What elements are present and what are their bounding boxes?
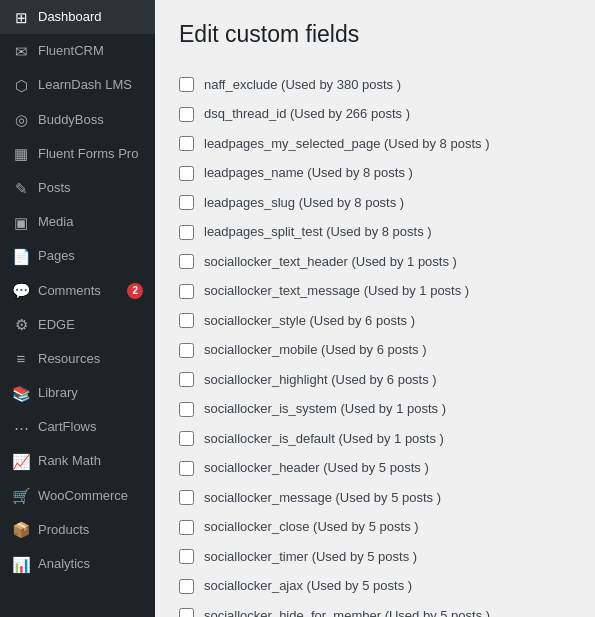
field-checkbox-f17[interactable] xyxy=(179,549,194,564)
list-item: sociallocker_timer (Used by 5 posts ) xyxy=(179,542,571,572)
list-item: sociallocker_mobile (Used by 6 posts ) xyxy=(179,335,571,365)
field-checkbox-f2[interactable] xyxy=(179,107,194,122)
sidebar-item-edge[interactable]: ⚙EDGE xyxy=(0,308,155,342)
learndash-lms-icon: ⬡ xyxy=(12,76,30,94)
field-label-f18[interactable]: sociallocker_ajax (Used by 5 posts ) xyxy=(204,576,412,596)
field-checkbox-f9[interactable] xyxy=(179,313,194,328)
field-label-f5[interactable]: leadpages_slug (Used by 8 posts ) xyxy=(204,193,404,213)
sidebar-label-edge: EDGE xyxy=(38,316,143,334)
field-label-f1[interactable]: naff_exclude (Used by 380 posts ) xyxy=(204,75,401,95)
list-item: naff_exclude (Used by 380 posts ) xyxy=(179,70,571,100)
woocommerce-icon: 🛒 xyxy=(12,487,30,505)
sidebar-label-pages: Pages xyxy=(38,247,143,265)
library-icon: 📚 xyxy=(12,384,30,402)
media-icon: ▣ xyxy=(12,213,30,231)
sidebar-item-buddyboss[interactable]: ◎BuddyBoss xyxy=(0,103,155,137)
field-label-f11[interactable]: sociallocker_highlight (Used by 6 posts … xyxy=(204,370,437,390)
dashboard-icon: ⊞ xyxy=(12,8,30,26)
field-checkbox-f15[interactable] xyxy=(179,490,194,505)
field-label-f13[interactable]: sociallocker_is_default (Used by 1 posts… xyxy=(204,429,444,449)
field-checkbox-f19[interactable] xyxy=(179,608,194,617)
field-label-f19[interactable]: sociallocker_hide_for_member (Used by 5 … xyxy=(204,606,490,617)
field-label-f17[interactable]: sociallocker_timer (Used by 5 posts ) xyxy=(204,547,417,567)
list-item: sociallocker_hide_for_member (Used by 5 … xyxy=(179,601,571,617)
field-checkbox-f18[interactable] xyxy=(179,579,194,594)
list-item: sociallocker_style (Used by 6 posts ) xyxy=(179,306,571,336)
list-item: sociallocker_text_header (Used by 1 post… xyxy=(179,247,571,277)
sidebar-label-media: Media xyxy=(38,213,143,231)
sidebar-item-products[interactable]: 📦Products xyxy=(0,513,155,547)
field-checkbox-f7[interactable] xyxy=(179,254,194,269)
field-label-f7[interactable]: sociallocker_text_header (Used by 1 post… xyxy=(204,252,457,272)
list-item: leadpages_my_selected_page (Used by 8 po… xyxy=(179,129,571,159)
sidebar-item-learndash-lms[interactable]: ⬡LearnDash LMS xyxy=(0,68,155,102)
sidebar-label-analytics: Analytics xyxy=(38,555,143,573)
fluent-crm-icon: ✉ xyxy=(12,42,30,60)
field-label-f6[interactable]: leadpages_split_test (Used by 8 posts ) xyxy=(204,222,432,242)
field-checkbox-f14[interactable] xyxy=(179,461,194,476)
sidebar-label-comments: Comments xyxy=(38,282,119,300)
sidebar-item-woocommerce[interactable]: 🛒WooCommerce xyxy=(0,479,155,513)
sidebar-item-fluent-forms-pro[interactable]: ▦Fluent Forms Pro xyxy=(0,137,155,171)
field-label-f12[interactable]: sociallocker_is_system (Used by 1 posts … xyxy=(204,399,446,419)
edge-icon: ⚙ xyxy=(12,316,30,334)
sidebar-item-cartflows[interactable]: ⋯CartFlows xyxy=(0,410,155,444)
posts-icon: ✎ xyxy=(12,179,30,197)
sidebar: ⊞Dashboard✉FluentCRM⬡LearnDash LMS◎Buddy… xyxy=(0,0,155,617)
field-checkbox-f5[interactable] xyxy=(179,195,194,210)
sidebar-item-media[interactable]: ▣Media xyxy=(0,205,155,239)
list-item: leadpages_name (Used by 8 posts ) xyxy=(179,158,571,188)
analytics-icon: 📊 xyxy=(12,555,30,573)
fluent-forms-pro-icon: ▦ xyxy=(12,145,30,163)
field-checkbox-f13[interactable] xyxy=(179,431,194,446)
field-checkbox-f4[interactable] xyxy=(179,166,194,181)
products-icon: 📦 xyxy=(12,521,30,539)
field-label-f2[interactable]: dsq_thread_id (Used by 266 posts ) xyxy=(204,104,410,124)
sidebar-item-rank-math[interactable]: 📈Rank Math xyxy=(0,444,155,478)
field-checkbox-f6[interactable] xyxy=(179,225,194,240)
field-checkbox-f8[interactable] xyxy=(179,284,194,299)
sidebar-item-comments[interactable]: 💬Comments2 xyxy=(0,274,155,308)
field-label-f4[interactable]: leadpages_name (Used by 8 posts ) xyxy=(204,163,413,183)
list-item: sociallocker_message (Used by 5 posts ) xyxy=(179,483,571,513)
sidebar-item-resources[interactable]: ≡Resources xyxy=(0,342,155,376)
field-label-f9[interactable]: sociallocker_style (Used by 6 posts ) xyxy=(204,311,415,331)
sidebar-label-woocommerce: WooCommerce xyxy=(38,487,143,505)
resources-icon: ≡ xyxy=(12,350,30,368)
sidebar-label-fluent-crm: FluentCRM xyxy=(38,42,143,60)
sidebar-item-library[interactable]: 📚Library xyxy=(0,376,155,410)
sidebar-label-dashboard: Dashboard xyxy=(38,8,143,26)
list-item: sociallocker_header (Used by 5 posts ) xyxy=(179,453,571,483)
sidebar-item-analytics[interactable]: 📊Analytics xyxy=(0,547,155,581)
field-checkbox-f10[interactable] xyxy=(179,343,194,358)
buddyboss-icon: ◎ xyxy=(12,111,30,129)
field-checkbox-f16[interactable] xyxy=(179,520,194,535)
list-item: sociallocker_is_system (Used by 1 posts … xyxy=(179,394,571,424)
list-item: sociallocker_close (Used by 5 posts ) xyxy=(179,512,571,542)
field-checkbox-f1[interactable] xyxy=(179,77,194,92)
field-label-f8[interactable]: sociallocker_text_message (Used by 1 pos… xyxy=(204,281,469,301)
pages-icon: 📄 xyxy=(12,247,30,265)
sidebar-label-cartflows: CartFlows xyxy=(38,418,143,436)
field-checkbox-f3[interactable] xyxy=(179,136,194,151)
field-label-f15[interactable]: sociallocker_message (Used by 5 posts ) xyxy=(204,488,441,508)
field-label-f16[interactable]: sociallocker_close (Used by 5 posts ) xyxy=(204,517,419,537)
badge-comments: 2 xyxy=(127,283,143,299)
field-label-f3[interactable]: leadpages_my_selected_page (Used by 8 po… xyxy=(204,134,489,154)
sidebar-label-posts: Posts xyxy=(38,179,143,197)
sidebar-label-fluent-forms-pro: Fluent Forms Pro xyxy=(38,145,143,163)
field-label-f10[interactable]: sociallocker_mobile (Used by 6 posts ) xyxy=(204,340,427,360)
sidebar-label-rank-math: Rank Math xyxy=(38,452,143,470)
sidebar-item-fluent-crm[interactable]: ✉FluentCRM xyxy=(0,34,155,68)
field-checkbox-f12[interactable] xyxy=(179,402,194,417)
sidebar-item-pages[interactable]: 📄Pages xyxy=(0,239,155,273)
sidebar-label-buddyboss: BuddyBoss xyxy=(38,111,143,129)
sidebar-item-dashboard[interactable]: ⊞Dashboard xyxy=(0,0,155,34)
sidebar-item-posts[interactable]: ✎Posts xyxy=(0,171,155,205)
field-checkbox-f11[interactable] xyxy=(179,372,194,387)
field-label-f14[interactable]: sociallocker_header (Used by 5 posts ) xyxy=(204,458,429,478)
main-content: Edit custom fields naff_exclude (Used by… xyxy=(155,0,595,617)
list-item: dsq_thread_id (Used by 266 posts ) xyxy=(179,99,571,129)
cartflows-icon: ⋯ xyxy=(12,418,30,436)
rank-math-icon: 📈 xyxy=(12,453,30,471)
